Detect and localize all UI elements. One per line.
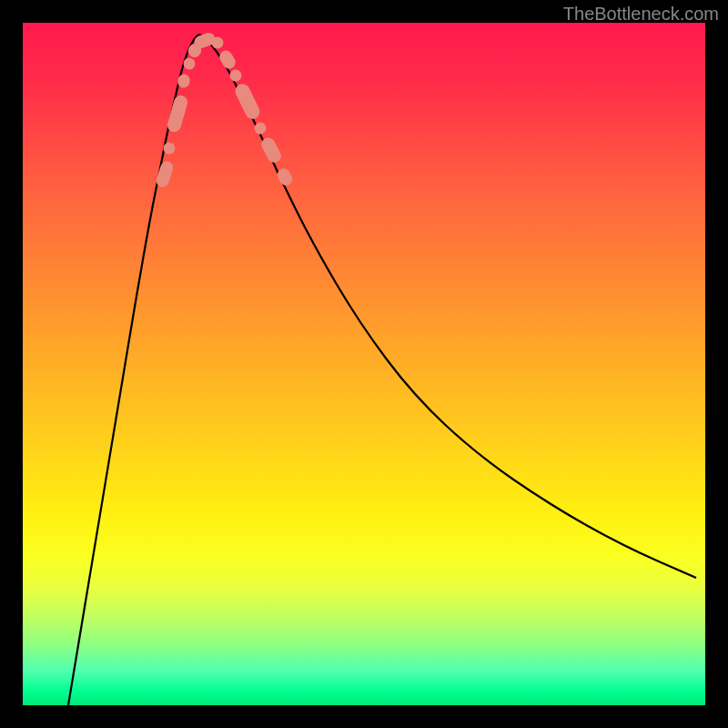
chart-container: TheBottleneck.com [0, 0, 728, 728]
highlight-segment [276, 167, 294, 187]
watermark-text: TheBottleneck.com [563, 4, 719, 25]
highlight-segment [259, 136, 283, 164]
highlight-segment [217, 48, 237, 70]
highlight-segment [253, 121, 268, 136]
highlight-segment [155, 160, 174, 188]
highlight-segment [177, 74, 190, 88]
highlight-segments-layer [23, 23, 705, 705]
highlight-segment [162, 141, 176, 155]
highlight-segment [167, 95, 188, 133]
highlight-segment [233, 82, 261, 121]
highlight-segment [228, 68, 243, 83]
highlight-segment [183, 57, 196, 70]
